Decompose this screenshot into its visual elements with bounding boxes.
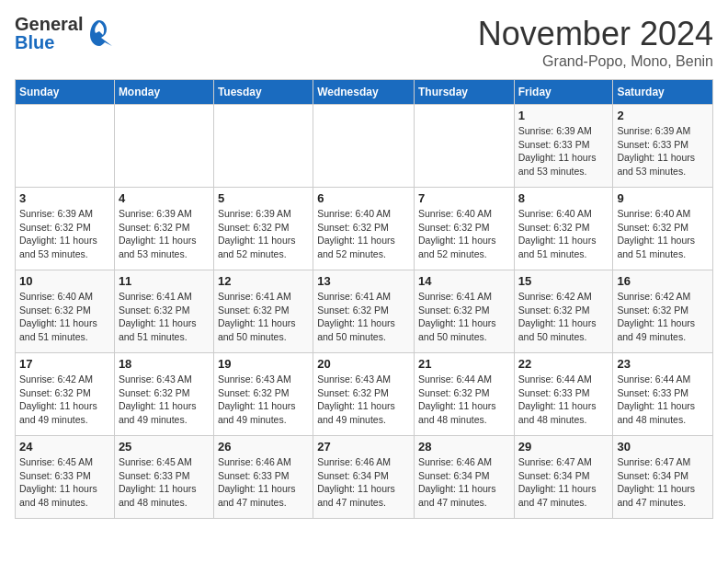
calendar-cell: 6Sunrise: 6:40 AM Sunset: 6:32 PM Daylig… <box>313 188 415 270</box>
day-number: 9 <box>617 191 709 205</box>
day-header-monday: Monday <box>114 80 213 105</box>
day-info: Sunrise: 6:39 AM Sunset: 6:32 PM Dayligh… <box>19 207 110 261</box>
day-info: Sunrise: 6:44 AM Sunset: 6:33 PM Dayligh… <box>518 373 609 427</box>
day-info: Sunrise: 6:40 AM Sunset: 6:32 PM Dayligh… <box>317 207 410 261</box>
calendar-cell: 27Sunrise: 6:46 AM Sunset: 6:34 PM Dayli… <box>313 436 415 519</box>
day-info: Sunrise: 6:43 AM Sunset: 6:32 PM Dayligh… <box>317 373 410 427</box>
calendar-cell: 1Sunrise: 6:39 AM Sunset: 6:33 PM Daylig… <box>514 105 613 188</box>
day-number: 6 <box>317 191 410 205</box>
day-info: Sunrise: 6:42 AM Sunset: 6:32 PM Dayligh… <box>19 373 110 427</box>
calendar-cell: 13Sunrise: 6:41 AM Sunset: 6:32 PM Dayli… <box>313 270 415 353</box>
day-info: Sunrise: 6:43 AM Sunset: 6:32 PM Dayligh… <box>119 373 210 427</box>
calendar-cell: 10Sunrise: 6:40 AM Sunset: 6:32 PM Dayli… <box>16 270 115 353</box>
calendar-week-2: 3Sunrise: 6:39 AM Sunset: 6:32 PM Daylig… <box>16 188 713 270</box>
calendar-cell <box>213 105 313 188</box>
calendar-body: 1Sunrise: 6:39 AM Sunset: 6:33 PM Daylig… <box>16 105 713 519</box>
logo-blue-text: Blue <box>15 33 83 52</box>
day-info: Sunrise: 6:40 AM Sunset: 6:32 PM Dayligh… <box>418 207 510 261</box>
day-info: Sunrise: 6:41 AM Sunset: 6:32 PM Dayligh… <box>317 290 410 344</box>
day-number: 25 <box>119 440 210 454</box>
calendar-cell: 2Sunrise: 6:39 AM Sunset: 6:33 PM Daylig… <box>613 105 713 188</box>
calendar-cell: 20Sunrise: 6:43 AM Sunset: 6:32 PM Dayli… <box>313 353 415 436</box>
day-number: 22 <box>518 357 609 371</box>
day-number: 23 <box>617 357 709 371</box>
day-info: Sunrise: 6:42 AM Sunset: 6:32 PM Dayligh… <box>518 290 609 344</box>
title-area: November 2024 Grand-Popo, Mono, Benin <box>478 15 713 70</box>
calendar-cell: 23Sunrise: 6:44 AM Sunset: 6:33 PM Dayli… <box>613 353 713 436</box>
calendar-cell: 28Sunrise: 6:46 AM Sunset: 6:34 PM Dayli… <box>414 436 514 519</box>
day-number: 12 <box>218 274 309 288</box>
day-info: Sunrise: 6:47 AM Sunset: 6:34 PM Dayligh… <box>617 455 709 510</box>
day-number: 1 <box>518 109 609 122</box>
calendar-cell: 18Sunrise: 6:43 AM Sunset: 6:32 PM Dayli… <box>114 353 213 436</box>
calendar-cell: 25Sunrise: 6:45 AM Sunset: 6:33 PM Dayli… <box>114 436 213 519</box>
calendar-cell: 9Sunrise: 6:40 AM Sunset: 6:32 PM Daylig… <box>613 188 713 270</box>
day-info: Sunrise: 6:44 AM Sunset: 6:32 PM Dayligh… <box>418 373 510 427</box>
day-number: 21 <box>418 357 510 371</box>
day-info: Sunrise: 6:40 AM Sunset: 6:32 PM Dayligh… <box>617 207 709 261</box>
calendar-cell: 12Sunrise: 6:41 AM Sunset: 6:32 PM Dayli… <box>213 270 313 353</box>
day-info: Sunrise: 6:40 AM Sunset: 6:32 PM Dayligh… <box>19 290 110 344</box>
day-info: Sunrise: 6:41 AM Sunset: 6:32 PM Dayligh… <box>119 290 210 344</box>
day-info: Sunrise: 6:47 AM Sunset: 6:34 PM Dayligh… <box>518 455 609 510</box>
day-info: Sunrise: 6:44 AM Sunset: 6:33 PM Dayligh… <box>617 373 709 427</box>
day-info: Sunrise: 6:39 AM Sunset: 6:32 PM Dayligh… <box>218 207 309 261</box>
day-number: 27 <box>317 440 410 454</box>
day-number: 15 <box>518 274 609 288</box>
day-header-friday: Friday <box>514 80 613 105</box>
calendar-cell: 16Sunrise: 6:42 AM Sunset: 6:32 PM Dayli… <box>613 270 713 353</box>
calendar-cell: 21Sunrise: 6:44 AM Sunset: 6:32 PM Dayli… <box>414 353 514 436</box>
day-number: 4 <box>119 191 210 205</box>
day-number: 30 <box>617 440 709 454</box>
location-subtitle: Grand-Popo, Mono, Benin <box>478 53 713 70</box>
day-number: 26 <box>218 440 309 454</box>
day-info: Sunrise: 6:46 AM Sunset: 6:34 PM Dayligh… <box>317 455 410 510</box>
day-number: 11 <box>119 274 210 288</box>
calendar-cell: 17Sunrise: 6:42 AM Sunset: 6:32 PM Dayli… <box>16 353 115 436</box>
day-number: 3 <box>19 191 110 205</box>
day-header-sunday: Sunday <box>16 80 115 105</box>
day-header-thursday: Thursday <box>414 80 514 105</box>
day-header-saturday: Saturday <box>613 80 713 105</box>
day-number: 13 <box>317 274 410 288</box>
calendar-cell: 30Sunrise: 6:47 AM Sunset: 6:34 PM Dayli… <box>613 436 713 519</box>
day-number: 28 <box>418 440 510 454</box>
day-info: Sunrise: 6:41 AM Sunset: 6:32 PM Dayligh… <box>218 290 309 344</box>
day-info: Sunrise: 6:40 AM Sunset: 6:32 PM Dayligh… <box>518 207 609 261</box>
calendar-header: SundayMondayTuesdayWednesdayThursdayFrid… <box>16 80 713 105</box>
calendar-cell: 24Sunrise: 6:45 AM Sunset: 6:33 PM Dayli… <box>16 436 115 519</box>
logo-bird-icon <box>86 18 112 48</box>
day-number: 17 <box>19 357 110 371</box>
calendar-week-1: 1Sunrise: 6:39 AM Sunset: 6:33 PM Daylig… <box>16 105 713 188</box>
calendar-cell: 8Sunrise: 6:40 AM Sunset: 6:32 PM Daylig… <box>514 188 613 270</box>
day-number: 14 <box>418 274 510 288</box>
day-number: 20 <box>317 357 410 371</box>
calendar-cell <box>414 105 514 188</box>
day-info: Sunrise: 6:41 AM Sunset: 6:32 PM Dayligh… <box>418 290 510 344</box>
calendar-cell: 19Sunrise: 6:43 AM Sunset: 6:32 PM Dayli… <box>213 353 313 436</box>
calendar-cell <box>313 105 415 188</box>
day-info: Sunrise: 6:45 AM Sunset: 6:33 PM Dayligh… <box>119 455 210 510</box>
day-number: 18 <box>119 357 210 371</box>
calendar-cell: 7Sunrise: 6:40 AM Sunset: 6:32 PM Daylig… <box>414 188 514 270</box>
calendar-cell: 22Sunrise: 6:44 AM Sunset: 6:33 PM Dayli… <box>514 353 613 436</box>
calendar-week-3: 10Sunrise: 6:40 AM Sunset: 6:32 PM Dayli… <box>16 270 713 353</box>
day-number: 8 <box>518 191 609 205</box>
calendar-week-5: 24Sunrise: 6:45 AM Sunset: 6:33 PM Dayli… <box>16 436 713 519</box>
day-info: Sunrise: 6:46 AM Sunset: 6:34 PM Dayligh… <box>418 455 510 510</box>
day-header-wednesday: Wednesday <box>313 80 415 105</box>
day-header-tuesday: Tuesday <box>213 80 313 105</box>
day-number: 19 <box>218 357 309 371</box>
calendar-cell: 5Sunrise: 6:39 AM Sunset: 6:32 PM Daylig… <box>213 188 313 270</box>
header: General Blue November 2024 Grand-Popo, M… <box>15 15 713 70</box>
day-info: Sunrise: 6:46 AM Sunset: 6:33 PM Dayligh… <box>218 455 309 510</box>
logo: General Blue <box>15 15 112 52</box>
calendar-week-4: 17Sunrise: 6:42 AM Sunset: 6:32 PM Dayli… <box>16 353 713 436</box>
calendar-cell: 11Sunrise: 6:41 AM Sunset: 6:32 PM Dayli… <box>114 270 213 353</box>
calendar-cell <box>114 105 213 188</box>
calendar-cell: 3Sunrise: 6:39 AM Sunset: 6:32 PM Daylig… <box>16 188 115 270</box>
day-info: Sunrise: 6:42 AM Sunset: 6:32 PM Dayligh… <box>617 290 709 344</box>
day-number: 5 <box>218 191 309 205</box>
day-number: 2 <box>617 109 709 122</box>
logo-general-text: General <box>15 15 83 33</box>
